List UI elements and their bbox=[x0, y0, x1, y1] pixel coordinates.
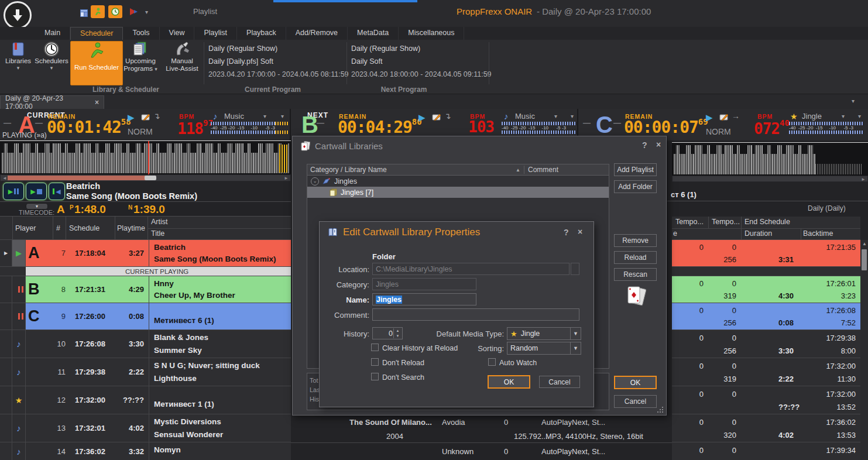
playlist-row-12-right[interactable]: 0 0 17:32:00 ??:?? 13:52 bbox=[672, 386, 860, 414]
sorting-select[interactable]: Random ▼ bbox=[507, 342, 581, 355]
tab-playlist[interactable]: Playlist bbox=[194, 27, 237, 40]
comment-field[interactable] bbox=[372, 308, 579, 321]
chevron-down-icon[interactable]: ▾ bbox=[571, 113, 574, 119]
playlist-row-13-right[interactable]: 0 0 17:36:02 320 4:02 13:53 bbox=[672, 414, 860, 442]
playlist-row-a[interactable]: ▶ ▶ A 7 17:18:04 3:27 BeatrichSame Song … bbox=[0, 240, 291, 267]
tab-metadata[interactable]: MetaData bbox=[348, 27, 399, 40]
name-field[interactable]: Jingles bbox=[372, 293, 476, 305]
col-duration[interactable]: Duration bbox=[745, 229, 772, 238]
playlist-row-a-right[interactable]: 0 0 17:21:35 256 3:31 bbox=[672, 240, 860, 267]
edit-tag-icon[interactable] bbox=[432, 113, 441, 121]
dont-search-checkbox[interactable] bbox=[371, 373, 379, 380]
deck-c-scrollbar[interactable]: ► bbox=[672, 176, 868, 182]
tab-tools[interactable]: Tools bbox=[123, 27, 159, 40]
tab-miscellaneous[interactable]: Miscellaneous bbox=[399, 27, 464, 40]
dont-reload-checkbox[interactable] bbox=[371, 358, 379, 366]
qat-overflow-chevron[interactable]: ▾ bbox=[145, 9, 148, 15]
chevron-down-icon[interactable]: ▾ bbox=[842, 113, 845, 119]
tree-library-jingles[interactable]: Jingles [7] bbox=[307, 187, 609, 198]
libraries-button[interactable]: Libraries▾ bbox=[2, 41, 34, 84]
default-media-type-select[interactable]: ★ Jingle ▼ bbox=[507, 327, 581, 340]
col-tempo1[interactable]: Tempo... bbox=[675, 218, 704, 226]
history-stepper[interactable]: 0 ▲▼ bbox=[372, 327, 403, 339]
col-player[interactable]: Player bbox=[15, 224, 36, 232]
deck-a-waveform[interactable] bbox=[0, 140, 291, 175]
scroll-thumb[interactable] bbox=[145, 176, 156, 180]
tab-main[interactable]: Main bbox=[35, 27, 70, 40]
close-button[interactable]: × bbox=[578, 227, 582, 236]
chevron-down-icon[interactable]: ▾ bbox=[554, 113, 557, 119]
scroll-thumb[interactable] bbox=[862, 249, 867, 270]
add-folder-button[interactable]: Add Folder bbox=[614, 180, 657, 193]
col-num[interactable]: # bbox=[56, 224, 60, 232]
playlist-row-13[interactable]: ♪ 13 17:32:01 4:02 Mystic DiversionsSens… bbox=[0, 414, 291, 442]
playlist-row-14[interactable]: ♪ 14 17:36:02 3:32 Nomyn bbox=[0, 442, 291, 460]
qat-run-scheduler-button[interactable] bbox=[91, 5, 105, 18]
play-stop-button[interactable]: ▶ bbox=[26, 183, 47, 200]
scroll-right-icon[interactable]: ► bbox=[284, 176, 289, 181]
scroll-left-icon[interactable]: ◄ bbox=[2, 176, 7, 181]
rescan-button[interactable]: Rescan bbox=[614, 268, 657, 281]
cancel-button[interactable]: Cancel bbox=[614, 395, 657, 408]
playlist-row-11-right[interactable]: 0 0 17:32:00 319 2:22 11:30 bbox=[672, 358, 860, 386]
tab-scheduler[interactable]: Scheduler bbox=[70, 27, 123, 40]
spinner-arrows[interactable]: ▲▼ bbox=[393, 328, 402, 338]
playlist-row-c-right[interactable]: 0 0 17:26:08 256 0:08 7:52 bbox=[672, 303, 860, 330]
playlist-row-11[interactable]: ♪ 11 17:29:38 2:22 S N U G; Nuver; sitti… bbox=[0, 358, 291, 386]
tab-playback[interactable]: Playback bbox=[237, 27, 286, 40]
tree-category-jingles[interactable]: ⌄ Jingles bbox=[307, 176, 609, 187]
play-icon[interactable]: ▶ bbox=[128, 112, 135, 123]
deck-c-waveform[interactable] bbox=[672, 142, 868, 176]
loop-icon[interactable]: ↴ bbox=[153, 111, 160, 121]
loop-icon[interactable]: ↴ bbox=[444, 111, 451, 121]
col-artist[interactable]: Artist bbox=[151, 218, 167, 226]
scroll-up-icon[interactable]: ▲ bbox=[862, 241, 867, 246]
col-title[interactable]: Title bbox=[151, 229, 164, 238]
deck-b-media-type[interactable]: Music bbox=[515, 112, 535, 121]
deck-a-media-type[interactable]: Music bbox=[224, 112, 244, 121]
skip-back-button[interactable]: ◀ bbox=[49, 183, 65, 200]
deck-a-scrollbar[interactable]: ◄ ► bbox=[0, 174, 291, 181]
col-end-schedule[interactable]: End Schedule bbox=[745, 218, 790, 226]
col-tempo2[interactable]: Tempo... bbox=[712, 218, 740, 226]
help-button[interactable]: ? bbox=[564, 228, 569, 237]
remove-button[interactable]: Remove bbox=[614, 234, 657, 247]
edit-tag-icon[interactable] bbox=[141, 113, 150, 121]
col-comment[interactable]: Comment bbox=[524, 166, 609, 174]
schedulers-button[interactable]: Schedulers▾ bbox=[35, 41, 68, 84]
playlist-scrollbar[interactable]: ▲ bbox=[860, 240, 868, 460]
playlist-row-14-right[interactable]: 0 0 17:39:34 bbox=[672, 442, 860, 460]
panel-chevron-icon[interactable]: ▾ bbox=[852, 98, 855, 104]
upcoming-programs-button[interactable]: Upcoming Programs ▾ bbox=[123, 41, 157, 84]
cancel-button[interactable]: Cancel bbox=[539, 376, 580, 388]
loop-icon[interactable]: → bbox=[732, 111, 740, 121]
scroll-right-icon[interactable]: ► bbox=[861, 177, 866, 183]
tab-view[interactable]: View bbox=[160, 27, 195, 40]
add-playlist-button[interactable]: Add Playlist bbox=[614, 163, 657, 176]
app-icon[interactable] bbox=[77, 6, 91, 19]
playlist-row-c[interactable]: C 9 17:26:00 0:08 Метинвест 6 (1) bbox=[0, 303, 291, 330]
play-pause-button[interactable]: ▶ bbox=[3, 183, 24, 200]
app-menu-button[interactable] bbox=[4, 1, 32, 29]
play-icon[interactable]: ▶ bbox=[706, 112, 713, 123]
col-backtime[interactable]: Backtime bbox=[803, 229, 833, 238]
qat-playlist-button[interactable] bbox=[126, 5, 140, 18]
manual-live-assist-button[interactable]: Manual Live-Assist bbox=[164, 41, 200, 84]
close-button[interactable]: × bbox=[656, 140, 661, 149]
tab-add-remove[interactable]: Add/Remove bbox=[286, 27, 348, 40]
auto-watch-checkbox[interactable] bbox=[488, 358, 496, 366]
playlist-row-12[interactable]: ★ 12 17:32:00 ??:?? Метинвест 1 (1) bbox=[0, 386, 291, 414]
playlist-row-10[interactable]: ♪ 10 17:26:08 3:30 Blank & JonesSummer S… bbox=[0, 330, 291, 358]
deck-c-media-type[interactable]: Jingle bbox=[802, 112, 822, 121]
ok-button[interactable]: OK bbox=[488, 375, 530, 389]
help-button[interactable]: ? bbox=[642, 140, 647, 150]
tab-close-icon[interactable]: × bbox=[95, 98, 99, 107]
resize-grip[interactable] bbox=[662, 411, 663, 413]
chevron-down-icon[interactable]: ▾ bbox=[281, 113, 284, 119]
col-category-library-name[interactable]: Category / Library Name bbox=[307, 166, 516, 174]
browse-button[interactable] bbox=[571, 263, 579, 275]
play-icon[interactable]: ▶ bbox=[418, 112, 426, 123]
ok-button[interactable]: OK bbox=[614, 376, 657, 389]
playlist-row-b[interactable]: B 8 17:21:31 4:29 HnnyCheer Up, My Broth… bbox=[0, 276, 291, 303]
qat-scheduler-button[interactable] bbox=[108, 5, 122, 18]
